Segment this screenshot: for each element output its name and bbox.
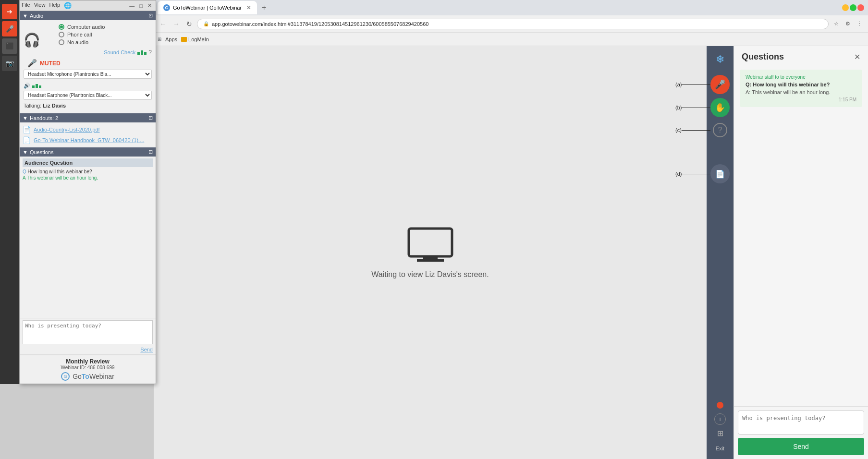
muted-row: 🎤 MUTED [27,59,152,68]
audio-arrow-icon: ▼ [23,13,28,19]
browser-tabs: G GoToWebinar | GoToWebinar ✕ + [158,1,842,14]
menu-help[interactable]: Help [49,2,60,9]
handouts-section-header[interactable]: ▼ Handouts: 2 ⊡ [20,113,156,122]
computer-audio-option[interactable]: Computer audio [59,24,152,30]
audio-icon-row: 🎧 Computer audio Phone call [24,24,152,56]
bookmark-logmein[interactable]: LogMeIn [181,36,209,42]
browser-bookmarks-bar: ⊞ Apps LogMeIn [154,33,868,46]
chat-input[interactable] [23,320,153,344]
nav-icons: ☆ ⚙ ⋮ [831,19,864,29]
sidebar-mic-btn[interactable]: 🎤 [2,21,17,36]
computer-audio-radio[interactable] [59,24,64,30]
audio-section-header[interactable]: ▼ Audio ⊡ [20,11,156,20]
menu-dots-icon[interactable]: ⋮ [855,19,864,29]
logo-circle-icon: G [61,372,70,381]
annotation-a-label: (a) [675,82,682,87]
question-input[interactable] [738,411,864,435]
handout-item-2[interactable]: 📄 Go-To Webinar Handbook_GTW_060420 (1).… [23,135,153,145]
message-timestamp: 1:15 PM [746,97,856,102]
no-audio-label: No audio [67,39,88,45]
speaker-device-select[interactable]: Headset Earphone (Plantronics Black... [24,91,152,100]
talking-person: Liz Davis [43,103,66,109]
new-tab-btn[interactable]: + [259,2,269,13]
back-btn[interactable]: ← [158,19,168,29]
star-icon[interactable]: ☆ [831,19,841,29]
info-button[interactable]: i [714,413,726,425]
extensions-icon[interactable]: ⚙ [843,19,853,29]
doc-button[interactable]: 📄 [710,164,730,183]
sidebar-camera-btn[interactable]: 📷 [2,56,17,71]
help-button[interactable]: ? [713,123,727,137]
question-send-btn[interactable]: Send [738,438,864,455]
recording-indicator [717,402,723,409]
app-send-btn[interactable]: Send [140,347,153,352]
left-sidebar-toolbar: ➔ 🎤 ⬛ 📷 [0,0,19,384]
sidebar-screen-btn[interactable]: ⬛ [2,38,17,54]
grid-button[interactable]: ⊞ [717,429,723,438]
muted-label: MUTED [40,60,61,67]
sound-check-label[interactable]: Sound Check [104,49,135,55]
sidebar-arrow-btn[interactable]: ➔ [2,4,17,19]
bookmark-apps[interactable]: Apps [165,36,177,42]
questions-close-btn[interactable]: ✕ [854,52,860,61]
tab-close-btn[interactable]: ✕ [246,4,251,11]
browser-maximize-btn[interactable] [850,4,856,11]
app-questions-section: ▼ Questions ⊡ Audience Question Q How lo… [20,147,156,354]
menu-view[interactable]: View [34,2,46,9]
app-close-btn[interactable]: ✕ [146,2,154,9]
vol-bar-2 [36,84,38,88]
handouts-expand-icon: ⊡ [148,115,153,121]
handouts-title: Handouts: 2 [30,115,148,121]
annotation-d: (d) [675,171,710,177]
menu-file[interactable]: File [22,2,30,9]
phone-call-radio[interactable] [59,32,64,37]
exit-button[interactable]: Exit [707,442,734,455]
desktop-app-window: File View Help 🌐 — □ ✕ ▼ Audio ⊡ 🎧 [19,0,156,384]
browser-win-controls [842,4,864,11]
question-input-area: Send [734,406,868,459]
browser-minimize-btn[interactable] [842,4,849,11]
a-label: A [23,175,27,181]
app-titlebar: File View Help 🌐 — □ ✕ [20,0,156,11]
snowflake-icon: ❄ [716,53,724,66]
handout-name-1[interactable]: Audio-Country-List-2020.pdf [34,127,100,133]
tab-favicon: G [163,4,170,11]
forward-btn[interactable]: → [171,19,182,29]
menu-globe-icon[interactable]: 🌐 [64,2,72,9]
q-text: How long will this webinar be? [28,169,92,174]
no-audio-option[interactable]: No audio [59,39,152,45]
questions-section-header[interactable]: ▼ Questions ⊡ [20,147,156,157]
phone-call-option[interactable]: Phone call [59,32,152,37]
questions-expand-icon: ⊡ [148,149,153,155]
address-bar[interactable]: 🔒 app.gotowebinar.com/index.html#3113784… [197,19,829,29]
svg-rect-1 [423,256,438,259]
pdf-icon-1: 📄 [23,126,31,133]
talking-row: Talking: Liz Davis [24,103,152,109]
app-menu: File View Help 🌐 [22,2,72,9]
app-minimize-btn[interactable]: — [127,2,136,9]
hand-btn-wrapper: (b) ✋ [707,98,734,117]
audio-options: Computer audio Phone call No audio [59,24,152,45]
mic-button[interactable]: 🎤 [710,75,730,94]
audio-expand-icon: ⊡ [148,12,153,19]
browser-close-btn[interactable] [857,4,864,11]
active-tab[interactable]: G GoToWebinar | GoToWebinar ✕ [158,1,257,14]
audio-help-icon[interactable]: ? [148,49,152,56]
handout-item-1[interactable]: 📄 Audio-Country-List-2020.pdf [23,124,153,135]
annotation-c: (c) [675,127,710,133]
logmein-label: LogMeIn [188,36,209,42]
refresh-btn[interactable]: ↻ [184,19,194,29]
computer-audio-label: Computer audio [67,24,105,30]
muted-mic-icon: 🎤 [27,59,37,68]
annotation-d-line [682,174,710,174]
no-audio-radio[interactable] [59,39,64,45]
sound-bar-3 [144,52,147,55]
hand-button[interactable]: ✋ [710,98,730,117]
question-item: Q How long will this webinar be? [23,169,153,174]
handout-name-2[interactable]: Go-To Webinar Handbook_GTW_060420 (1)...… [34,137,144,143]
logo-text: GoToWebinar [73,373,114,380]
mic-device-select[interactable]: Headset Microphone (Plantronics Bla... [24,70,152,79]
headset-icon: 🎧 [24,32,40,48]
annotation-d-label: (d) [675,171,682,177]
app-maximize-btn[interactable]: □ [137,2,145,9]
